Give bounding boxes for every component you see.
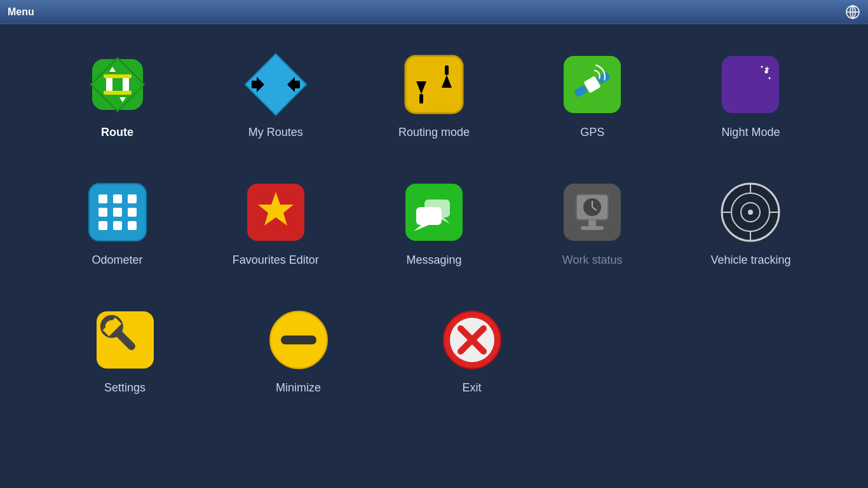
svg-rect-41 [128,221,137,230]
menu-row-1: Route My Routes [38,43,830,146]
minimize-label: Minimize [276,381,321,395]
menu-row-3: Settings Minimize [38,299,830,401]
svg-rect-40 [113,221,122,230]
routing-mode-icon [402,53,466,116]
svg-rect-34 [113,194,122,203]
svg-rect-36 [98,208,107,217]
menu-item-vehicle-tracking[interactable]: Vehicle tracking [672,171,830,273]
svg-point-29 [761,66,763,68]
my-routes-icon [244,53,308,116]
menu-item-night-mode[interactable]: Night Mode [672,43,830,146]
route-icon [86,53,149,116]
svg-rect-33 [98,194,107,203]
menu-item-minimize[interactable]: Minimize [212,299,385,401]
favourites-editor-icon [244,180,308,244]
menu-item-my-routes[interactable]: My Routes [196,43,355,146]
title-bar: Menu [0,0,868,24]
menu-item-odometer[interactable]: Odometer [38,171,196,273]
route-label: Route [101,126,133,139]
svg-rect-37 [113,208,122,217]
svg-rect-70 [281,336,316,344]
vehicle-tracking-label: Vehicle tracking [710,254,790,267]
minimize-icon [267,308,330,372]
work-status-icon [560,180,624,244]
svg-rect-47 [416,207,442,225]
svg-rect-26 [722,56,779,113]
odometer-icon [86,180,149,244]
menu-item-settings[interactable]: Settings [38,299,212,401]
exit-label: Exit [462,381,481,395]
messaging-icon [402,180,466,244]
menu-title: Menu [8,6,34,18]
settings-icon [93,308,157,372]
work-status-label: Work status [562,254,623,267]
menu-item-exit[interactable]: Exit [385,299,559,401]
exit-icon [440,308,504,372]
svg-rect-7 [106,77,112,92]
svg-rect-55 [588,220,596,226]
svg-point-30 [769,78,771,79]
messaging-label: Messaging [406,254,461,267]
svg-rect-21 [445,65,449,75]
globe-icon[interactable] [845,4,860,20]
night-mode-icon [719,53,782,116]
menu-item-gps[interactable]: GPS [513,43,672,146]
menu-item-favourites-editor[interactable]: Favourites Editor [196,171,355,273]
main-content: Route My Routes [0,24,868,420]
svg-point-28 [765,71,768,74]
gps-label: GPS [580,126,604,139]
svg-rect-35 [128,194,137,203]
favourites-editor-label: Favourites Editor [233,254,319,267]
vehicle-tracking-icon [719,180,782,244]
svg-rect-16 [405,56,463,113]
menu-item-messaging[interactable]: Messaging [355,171,513,273]
settings-label: Settings [104,381,146,395]
gps-icon [560,53,624,116]
night-mode-label: Night Mode [721,126,780,139]
menu-item-routing-mode[interactable]: Routing mode [355,43,513,146]
odometer-label: Odometer [92,254,143,267]
svg-rect-39 [98,221,107,230]
menu-item-work-status[interactable]: Work status [513,171,672,273]
svg-rect-56 [581,226,604,230]
svg-rect-19 [419,94,423,104]
menu-item-route[interactable]: Route [38,43,196,146]
svg-rect-10 [104,91,132,95]
svg-rect-9 [104,74,132,78]
menu-row-2: Odometer Favourites Editor [38,171,830,273]
svg-point-64 [748,210,753,215]
svg-rect-38 [128,208,137,217]
routing-mode-label: Routing mode [398,126,470,139]
my-routes-label: My Routes [248,126,303,139]
svg-rect-8 [123,77,129,92]
